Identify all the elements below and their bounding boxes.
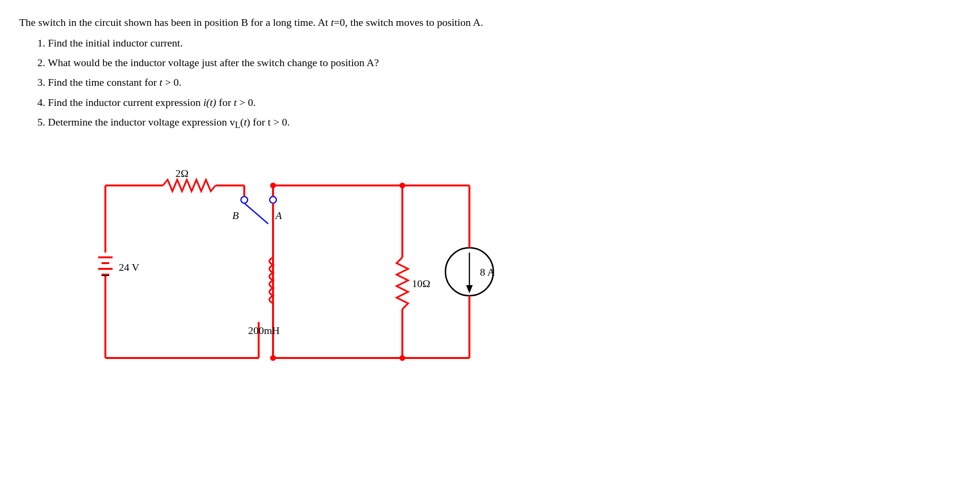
- problem-statement: The switch in the circuit shown has been…: [19, 14, 690, 133]
- circuit-diagram: 2Ω 24 V B A: [67, 157, 498, 390]
- svg-point-12: [270, 196, 276, 203]
- inductor-label: 200mH: [248, 324, 280, 336]
- svg-line-14: [244, 203, 268, 224]
- resistor2-label: 10Ω: [412, 277, 430, 289]
- question-4: Find the inductor current expression i(t…: [48, 94, 690, 111]
- current-source-label: 8 A: [480, 266, 495, 278]
- switch-a-label: A: [274, 209, 282, 221]
- svg-point-11: [241, 196, 248, 203]
- svg-point-32: [399, 355, 405, 361]
- question-3: Find the time constant for t > 0.: [48, 74, 690, 91]
- svg-point-31: [270, 183, 276, 188]
- intro-text: The switch in the circuit shown has been…: [19, 14, 690, 31]
- switch-b-label: B: [232, 209, 239, 221]
- svg-point-33: [270, 355, 276, 361]
- question-list: Find the initial inductor current. What …: [48, 35, 690, 132]
- question-2: What would be the inductor voltage just …: [48, 54, 690, 71]
- resistor1-label: 2Ω: [175, 167, 188, 179]
- question-1: Find the initial inductor current.: [48, 35, 690, 51]
- question-5: Determine the inductor voltage expressio…: [48, 114, 690, 133]
- svg-point-30: [399, 183, 405, 188]
- voltage-label: 24 V: [119, 261, 139, 273]
